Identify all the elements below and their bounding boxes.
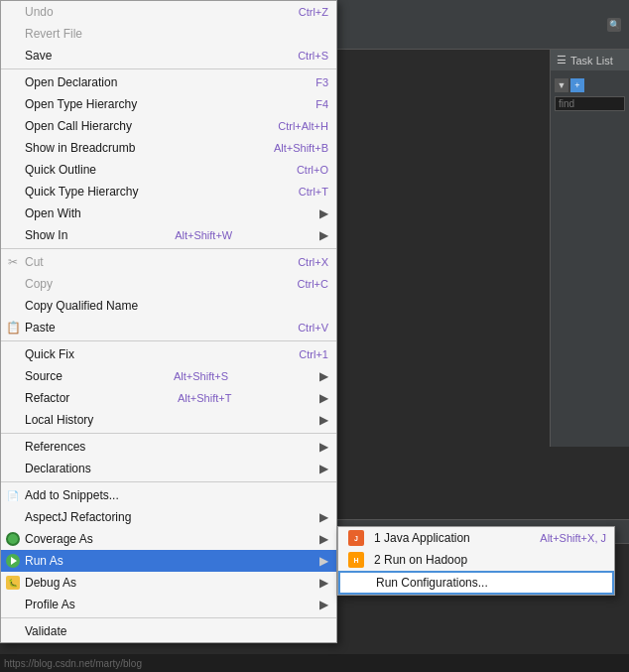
aspectj-arrow: ▶ — [319, 510, 328, 524]
source-shortcut: Alt+Shift+S — [154, 370, 228, 382]
show-in-arrow: ▶ — [319, 228, 328, 242]
java-app-shortcut: Alt+Shift+X, J — [520, 532, 606, 544]
menu-item-show-breadcrumb[interactable]: Show in Breadcrumb Alt+Shift+B — [1, 137, 336, 159]
revert-label: Revert File — [25, 27, 82, 41]
menu-item-open-call-hierarchy[interactable]: Open Call Hierarchy Ctrl+Alt+H — [1, 115, 336, 137]
quick-outline-label: Quick Outline — [25, 163, 96, 177]
cut-icon: ✂ — [5, 254, 21, 270]
menu-item-source[interactable]: Source Alt+Shift+S ▶ — [1, 365, 336, 387]
menu-item-paste[interactable]: 📋 Paste Ctrl+V — [1, 317, 336, 338]
show-breadcrumb-label: Show in Breadcrumb — [25, 141, 135, 155]
url-text: https://blog.csdn.net/marty/blog — [4, 658, 142, 669]
task-list-icon: ☰ — [557, 54, 566, 67]
open-call-hierarchy-label: Open Call Hierarchy — [25, 119, 132, 133]
show-in-label: Show In — [25, 228, 67, 242]
run-as-arrow: ▶ — [319, 554, 328, 568]
task-list-toolbar: ▼ + — [551, 74, 629, 115]
run-as-submenu: J 1 Java Application Alt+Shift+X, J H 2 … — [337, 526, 615, 596]
coverage-as-arrow: ▶ — [319, 532, 328, 546]
task-filter-icon[interactable]: ▼ — [555, 78, 568, 92]
menu-item-open-with[interactable]: Open With ▶ — [1, 202, 336, 224]
separator-2 — [1, 248, 336, 249]
source-arrow: ▶ — [319, 369, 328, 383]
menu-item-revert[interactable]: Revert File — [1, 23, 336, 45]
menu-item-copy-qualified[interactable]: Copy Qualified Name — [1, 295, 336, 317]
menu-item-show-in[interactable]: Show In Alt+Shift+W ▶ — [1, 224, 336, 246]
show-in-shortcut: Alt+Shift+W — [155, 229, 232, 241]
coverage-icon — [5, 531, 21, 547]
source-label: Source — [25, 369, 63, 383]
java-app-label: 1 Java Application — [374, 531, 470, 545]
menu-item-references[interactable]: References ▶ — [1, 436, 336, 458]
local-history-label: Local History — [25, 413, 93, 427]
copy-qualified-label: Copy Qualified Name — [25, 299, 138, 313]
refactor-arrow: ▶ — [319, 391, 328, 405]
java-app-icon: J — [346, 530, 366, 546]
task-list-title: Task List — [570, 55, 613, 67]
menu-item-quick-type-hierarchy[interactable]: Quick Type Hierarchy Ctrl+T — [1, 181, 336, 202]
menu-item-undo[interactable]: Undo Ctrl+Z — [1, 1, 336, 23]
menu-item-run-as[interactable]: Run As ▶ — [1, 550, 336, 572]
task-list-header: ☰ Task List — [551, 50, 629, 70]
menu-item-copy[interactable]: Copy Ctrl+C — [1, 273, 336, 295]
task-add-icon[interactable]: + — [570, 78, 584, 92]
menu-item-save[interactable]: Save Ctrl+S — [1, 45, 336, 67]
save-label: Save — [25, 49, 52, 63]
declarations-label: Declarations — [25, 462, 91, 475]
submenu-item-java-app[interactable]: J 1 Java Application Alt+Shift+X, J — [338, 527, 614, 549]
task-list-panel: ☰ Task List ▼ + — [550, 50, 629, 447]
snippet-icon: 📄 — [5, 487, 21, 503]
menu-item-profile-as[interactable]: Profile As ▶ — [1, 594, 336, 615]
submenu-item-hadoop[interactable]: H 2 Run on Hadoop — [338, 549, 614, 571]
show-breadcrumb-shortcut: Alt+Shift+B — [254, 142, 328, 154]
add-snippets-label: Add to Snippets... — [25, 488, 119, 502]
quick-type-hierarchy-shortcut: Ctrl+T — [279, 186, 328, 198]
open-with-label: Open With — [25, 206, 81, 220]
save-shortcut: Ctrl+S — [278, 50, 328, 62]
menu-item-aspectj[interactable]: AspectJ Refactoring ▶ — [1, 506, 336, 528]
debug-as-label: Debug As — [25, 576, 76, 590]
cut-label: Cut — [25, 255, 44, 269]
debug-as-arrow: ▶ — [319, 576, 328, 590]
run-as-icon — [5, 553, 21, 569]
run-as-label: Run As — [25, 554, 63, 568]
refactor-label: Refactor — [25, 391, 69, 405]
menu-item-cut[interactable]: ✂ Cut Ctrl+X — [1, 251, 336, 273]
menu-item-add-snippets[interactable]: 📄 Add to Snippets... — [1, 484, 336, 506]
open-declaration-label: Open Declaration — [25, 75, 117, 89]
references-arrow: ▶ — [319, 440, 328, 454]
open-type-hierarchy-label: Open Type Hierarchy — [25, 97, 137, 111]
menu-item-open-declaration[interactable]: Open Declaration F3 — [1, 71, 336, 93]
submenu-item-run-config[interactable]: Run Configurations... — [338, 571, 614, 595]
menu-item-local-history[interactable]: Local History ▶ — [1, 409, 336, 431]
menu-item-validate[interactable]: Validate — [1, 620, 336, 642]
menu-item-quick-fix[interactable]: Quick Fix Ctrl+1 — [1, 343, 336, 365]
menu-item-open-type-hierarchy[interactable]: Open Type Hierarchy F4 — [1, 93, 336, 115]
quick-type-hierarchy-label: Quick Type Hierarchy — [25, 185, 139, 199]
copy-label: Copy — [25, 277, 53, 291]
run-config-label: Run Configurations... — [376, 576, 488, 590]
separator-1 — [1, 68, 336, 69]
paste-shortcut: Ctrl+V — [278, 322, 328, 334]
profile-as-label: Profile As — [25, 598, 75, 611]
paste-label: Paste — [25, 321, 56, 335]
quick-fix-label: Quick Fix — [25, 347, 74, 361]
task-find-input[interactable] — [555, 96, 625, 111]
menu-item-quick-outline[interactable]: Quick Outline Ctrl+O — [1, 159, 336, 181]
menu-item-debug-as[interactable]: 🐛 Debug As ▶ — [1, 572, 336, 594]
open-declaration-shortcut: F3 — [296, 76, 328, 88]
menu-item-refactor[interactable]: Refactor Alt+Shift+T ▶ — [1, 387, 336, 409]
toolbar-search-icon[interactable]: 🔍 — [607, 18, 621, 32]
undo-shortcut: Ctrl+Z — [279, 6, 328, 18]
separator-5 — [1, 481, 336, 482]
declarations-arrow: ▶ — [319, 462, 328, 475]
open-call-hierarchy-shortcut: Ctrl+Alt+H — [258, 120, 328, 132]
profile-as-arrow: ▶ — [319, 598, 328, 611]
references-label: References — [25, 440, 85, 454]
separator-4 — [1, 433, 336, 434]
url-bar: https://blog.csdn.net/marty/blog — [0, 654, 629, 672]
open-with-arrow: ▶ — [319, 206, 328, 220]
menu-item-declarations[interactable]: Declarations ▶ — [1, 458, 336, 479]
menu-item-coverage-as[interactable]: Coverage As ▶ — [1, 528, 336, 550]
aspectj-label: AspectJ Refactoring — [25, 510, 131, 524]
